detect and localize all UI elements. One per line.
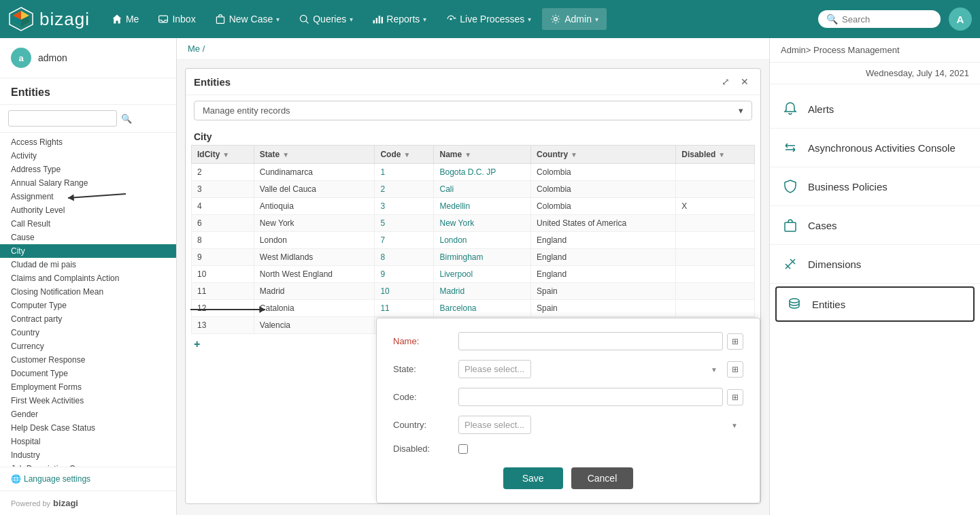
table-cell-code[interactable]: 1 [375, 164, 434, 181]
country-select[interactable]: Please select... [458, 416, 531, 434]
user-avatar[interactable]: A [949, 7, 972, 31]
right-menu-item-business_policies[interactable]: Business Policies [770, 167, 980, 206]
cancel-button[interactable]: Cancel [571, 467, 634, 489]
entity-item-authority-level[interactable]: Authority Level [0, 203, 176, 217]
entity-item-access-rights[interactable]: Access Rights [0, 135, 176, 149]
col-state-filter: ▼ [282, 151, 289, 159]
table-row[interactable]: 4Antioquia3MedellinColombiaX [192, 198, 755, 215]
table-row[interactable]: 2Cundinamarca1Bogota D.C. JPColombia [192, 164, 755, 181]
table-cell-name[interactable]: Barcelona [434, 300, 531, 317]
table-cell-name[interactable]: Liverpool [434, 266, 531, 283]
right-menu-item-async[interactable]: Asynchronous Activities Console [770, 129, 980, 167]
entity-item-computer-type[interactable]: Computer Type [0, 299, 176, 312]
nav-reports[interactable]: Reports ▾ [364, 8, 435, 30]
language-settings[interactable]: 🌐 Language settings [0, 467, 176, 491]
table-cell-name[interactable]: Medellin [434, 198, 531, 215]
save-button[interactable]: Save [503, 467, 563, 489]
entity-item-first-week-activities[interactable]: First Week Activities [0, 394, 176, 408]
right-menu-item-alerts[interactable]: Alerts [770, 90, 980, 129]
code-icon-btn[interactable]: ⊞ [727, 389, 743, 405]
name-field: ⊞ [458, 332, 743, 350]
table-row[interactable]: 3Valle del Cauca2CaliColombia [192, 181, 755, 198]
table-cell-name[interactable]: Birmingham [434, 249, 531, 266]
table-row[interactable]: 11Madrid10MadridSpain [192, 283, 755, 300]
table-cell-code[interactable]: 8 [375, 249, 434, 266]
entity-item-claims-and-complaints-action[interactable]: Claims and Complaints Action [0, 271, 176, 285]
nav-me[interactable]: Me [103, 8, 147, 30]
entity-item-contract-party[interactable]: Contract party [0, 312, 176, 326]
table-row[interactable]: 9West Midlands8BirminghamEngland [192, 249, 755, 266]
entity-item-cause[interactable]: Cause [0, 231, 176, 244]
nav-queries[interactable]: Queries ▾ [290, 8, 361, 30]
table-cell-code[interactable]: 9 [375, 266, 434, 283]
nav-live-processes[interactable]: Live Processes ▾ [437, 8, 539, 30]
right-menu-item-dimensions[interactable]: Dimensions [770, 245, 980, 284]
right-menu-item-entities[interactable]: Entities [775, 286, 975, 322]
right-menu-item-cases[interactable]: Cases [770, 206, 980, 245]
entity-item-job-description-c...[interactable]: Job Description C... [0, 462, 176, 467]
entity-item-hospital[interactable]: Hospital [0, 435, 176, 448]
svg-rect-17 [785, 222, 796, 231]
table-cell-name[interactable]: New York [434, 215, 531, 232]
col-disabled[interactable]: Disabled▼ [676, 146, 755, 164]
table-row[interactable]: 10North West England9LiverpoolEngland [192, 266, 755, 283]
nav-admin[interactable]: Admin ▾ [542, 8, 607, 30]
entity-item-cludad-de-mi-pais[interactable]: Cludad de mi pais [0, 258, 176, 271]
logo[interactable]: bizagi [8, 6, 90, 32]
search-bar[interactable]: 🔍 [818, 10, 941, 28]
table-cell-state: Madrid [254, 283, 375, 300]
state-icon-btn[interactable]: ⊞ [727, 361, 743, 378]
entity-item-city[interactable]: City [0, 244, 176, 258]
col-country[interactable]: Country▼ [531, 146, 676, 164]
table-cell-code[interactable]: 7 [375, 232, 434, 249]
state-row: State: Please select... ⊞ [393, 360, 743, 378]
entities-search-input[interactable] [8, 110, 117, 127]
breadcrumb: Me / [177, 38, 769, 60]
state-select[interactable]: Please select... [458, 360, 531, 378]
disabled-checkbox[interactable] [458, 444, 468, 454]
table-cell-country: Colombia [531, 198, 676, 215]
entity-item-closing-notification-mean[interactable]: Closing Notification Mean [0, 285, 176, 299]
nav-new-case[interactable]: New Case ▾ [207, 8, 288, 30]
entity-item-gender[interactable]: Gender [0, 408, 176, 421]
entity-item-document-type[interactable]: Document Type [0, 367, 176, 380]
table-cell-code[interactable]: 11 [375, 300, 434, 317]
close-button[interactable]: ✕ [737, 74, 752, 89]
entity-item-country[interactable]: Country [0, 326, 176, 339]
entity-item-customer-response[interactable]: Customer Response [0, 353, 176, 367]
manage-dropdown[interactable]: Manage entity records ▾ [194, 101, 752, 120]
name-input[interactable] [458, 332, 723, 350]
table-cell-state: Catalonia [254, 300, 375, 317]
table-row[interactable]: 8London7LondonEngland [192, 232, 755, 249]
entity-item-help-desk-case-status[interactable]: Help Desk Case Status [0, 421, 176, 435]
table-cell-code[interactable]: 10 [375, 283, 434, 300]
table-row[interactable]: 12Catalonia11BarcelonaSpain [192, 300, 755, 317]
async-icon [781, 138, 800, 157]
table-cell-code[interactable]: 5 [375, 215, 434, 232]
search-input[interactable] [842, 14, 924, 24]
entity-item-assignment[interactable]: Assignment [0, 190, 176, 203]
table-cell-name[interactable]: London [434, 232, 531, 249]
table-cell-name[interactable]: Madrid [434, 283, 531, 300]
nav-inbox[interactable]: Inbox [150, 8, 203, 30]
entity-item-employment-forms[interactable]: Employment Forms [0, 380, 176, 394]
col-id[interactable]: IdCity▼ [192, 146, 254, 164]
table-row[interactable]: 6New York5New YorkUnited States of Ameri… [192, 215, 755, 232]
col-name[interactable]: Name▼ [434, 146, 531, 164]
entity-item-annual-salary-range[interactable]: Annual Salary Range [0, 176, 176, 190]
entity-item-industry[interactable]: Industry [0, 448, 176, 462]
col-state[interactable]: State▼ [254, 146, 375, 164]
col-code[interactable]: Code▼ [375, 146, 434, 164]
disabled-field [458, 444, 743, 454]
table-cell-name[interactable]: Cali [434, 181, 531, 198]
name-icon-btn[interactable]: ⊞ [727, 333, 743, 350]
entity-item-activity[interactable]: Activity [0, 149, 176, 163]
table-cell-code[interactable]: 2 [375, 181, 434, 198]
entity-item-call-result[interactable]: Call Result [0, 217, 176, 231]
expand-button[interactable]: ⤢ [718, 74, 733, 89]
table-cell-code[interactable]: 3 [375, 198, 434, 215]
entity-item-currency[interactable]: Currency [0, 339, 176, 353]
entity-item-address-type[interactable]: Address Type [0, 163, 176, 176]
table-cell-name[interactable]: Bogota D.C. JP [434, 164, 531, 181]
code-input[interactable] [458, 388, 723, 406]
